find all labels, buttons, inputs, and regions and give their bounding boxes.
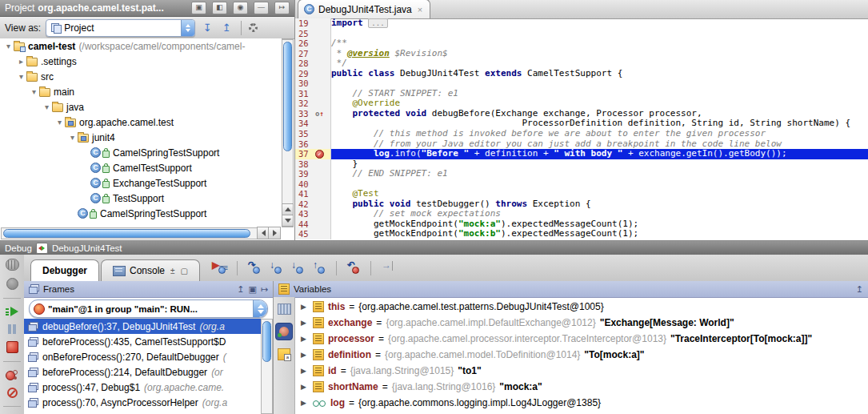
threads-view-icon[interactable] (278, 303, 291, 315)
tab-debugger[interactable]: Debugger (30, 259, 99, 281)
gutter-cell[interactable]: 27 (295, 49, 331, 59)
variables-minimize-icon[interactable]: ↥ (856, 284, 863, 295)
tree-item-camel-test[interactable]: ▾camel-test(/workspace/camel/components/… (0, 38, 282, 54)
tree-vertical-scrollbar[interactable] (282, 39, 294, 227)
override-marker-icon[interactable] (315, 109, 324, 119)
tree-item-exchangetestsupport[interactable]: ExchangeTestSupport (0, 175, 282, 191)
gutter-cell[interactable]: 26 (295, 38, 331, 49)
tree-expander-icon[interactable]: ▾ (16, 72, 26, 81)
thread-stepper[interactable] (253, 300, 267, 317)
tree-expander-icon[interactable]: ▾ (42, 102, 52, 111)
pop-frame-icon[interactable]: ↶ (346, 261, 361, 275)
tree-item-cameltestsupport[interactable]: CamelTestSupport (0, 160, 282, 175)
gutter-cell[interactable]: 19 (295, 18, 331, 29)
step-into-icon[interactable]: ↓ (269, 261, 283, 275)
console-float-icon[interactable]: ▢ (181, 267, 188, 275)
auto-variables-icon[interactable] (278, 348, 290, 360)
frames-dock-icon[interactable]: ↦ (261, 284, 268, 295)
tree-hscroll-thumb[interactable] (3, 229, 250, 238)
tree-item-src[interactable]: ▾src (0, 69, 282, 84)
hide-window-icon[interactable]: ↦ (274, 2, 290, 14)
tree-item-main[interactable]: ▾main (0, 84, 282, 99)
mute-breakpoints-icon[interactable] (7, 388, 18, 398)
code-line-40[interactable]: 40 (295, 179, 868, 190)
project-tree[interactable]: ▾camel-test(/workspace/camel/components/… (0, 38, 282, 227)
gutter-cell[interactable]: 31 (295, 89, 331, 99)
frame-row[interactable]: onBeforeProcess():270, DefaultDebugger ( (24, 349, 262, 364)
gutter-cell[interactable]: 38 (295, 159, 331, 170)
gutter-cell[interactable]: 32 (295, 98, 331, 109)
select-stepper[interactable] (181, 20, 194, 36)
dock-window-icon[interactable]: ◧ (212, 2, 227, 14)
tree-horizontal-scrollbar[interactable] (1, 227, 258, 239)
code-line-37[interactable]: 37 log.info("Before " + definition + " w… (295, 149, 868, 159)
variable-row-processor[interactable]: ▶processor = {org.apache.camel.processor… (294, 331, 868, 347)
force-step-into-icon[interactable]: ↓ (290, 261, 305, 275)
gutter-cell[interactable]: 45 (295, 229, 331, 239)
code-line-25[interactable]: 25 (295, 29, 868, 39)
tree-item-junit4[interactable]: ▾junit4 (0, 130, 282, 145)
tree-expander-icon[interactable]: ▾ (67, 133, 78, 142)
gutter-cell[interactable]: 29 (295, 69, 331, 79)
breakpoint-icon[interactable] (315, 150, 324, 159)
variable-row-exchange[interactable]: ▶exchange = {org.apache.camel.impl.Defau… (294, 315, 868, 331)
expand-icon[interactable]: ▶ (301, 367, 309, 375)
variable-row-log[interactable]: ▶log = {org.apache.commons.logging.impl.… (294, 395, 868, 411)
expand-all-icon[interactable]: ↧ (200, 22, 214, 34)
view-breakpoints-icon[interactable] (6, 370, 18, 380)
gutter-cell[interactable]: 37 (295, 149, 331, 159)
code-line-29[interactable]: 29public class DebugJUnit4Test extends C… (295, 69, 868, 79)
gutter-cell[interactable]: 42 (295, 199, 331, 210)
gutter-cell[interactable]: 33 (295, 109, 331, 119)
gutter-cell[interactable]: 39 (295, 169, 331, 179)
scroll-up-icon[interactable] (282, 203, 294, 215)
scroll-right-icon[interactable] (268, 227, 281, 239)
expand-icon[interactable]: ▶ (301, 351, 309, 359)
variable-row-this[interactable]: ▶this = {org.apache.camel.test.patterns.… (294, 299, 868, 315)
frames-view-tab-active[interactable] (275, 323, 293, 340)
editor-tab-debugjunit4test[interactable]: DebugJUnit4Test.java × (298, 0, 430, 18)
tree-expander-icon[interactable]: ▾ (54, 118, 65, 127)
tree-item-settings[interactable]: ▸.settings (0, 54, 282, 69)
variable-row-id[interactable]: ▶id = {java.lang.String@1015}"to1" (294, 363, 868, 379)
variable-row-shortname[interactable]: ▶shortName = {java.lang.String@1016}"moc… (294, 379, 868, 395)
tree-item-org-apache-camel-test[interactable]: ▾org.apache.camel.test (0, 115, 282, 130)
pause-program-icon[interactable] (8, 324, 16, 334)
run-to-cursor-icon[interactable]: → (381, 261, 395, 275)
gutter-cell[interactable]: 43 (295, 209, 331, 219)
settings-gear-icon[interactable] (249, 23, 258, 32)
minimize-window-icon[interactable]: — (254, 2, 269, 14)
expand-icon[interactable]: ▶ (301, 303, 309, 311)
step-out-icon[interactable]: ↑ (312, 261, 326, 275)
frames-float-icon[interactable]: ▣ (248, 284, 256, 295)
gutter-cell[interactable]: 41 (295, 189, 331, 199)
frame-list[interactable]: debugBefore():37, DebugJUnit4Test (org.a… (24, 319, 262, 414)
collapse-all-icon[interactable]: ↥ (219, 22, 234, 34)
expand-icon[interactable]: ▶ (301, 335, 309, 343)
show-execution-point-icon[interactable]: ▶≡≡ (211, 261, 227, 275)
frames-minimize-icon[interactable]: ↥ (237, 284, 244, 295)
step-over-icon[interactable]: ↷ (247, 261, 262, 275)
gutter-cell[interactable]: 28 (295, 58, 331, 69)
tree-item-camelspringtestsupport[interactable]: CamelSpringTestSupport (0, 206, 282, 221)
frames-scroll-thumb[interactable] (262, 321, 271, 362)
frame-row[interactable]: beforeProcess():214, DefaultDebugger (or (24, 364, 262, 380)
frame-row[interactable]: beforeProcess():435, CamelTestSupport$D (24, 334, 262, 349)
close-tab-icon[interactable]: × (418, 5, 422, 14)
resume-program-icon[interactable] (6, 307, 18, 317)
code-area[interactable]: 19import ...2526/**27 * @version $Revisi… (295, 18, 868, 240)
frame-row[interactable]: process():47, Debug$1 (org.apache.came. (24, 380, 262, 395)
tree-vscroll-thumb[interactable] (283, 42, 292, 151)
gutter-cell[interactable]: 35 (295, 129, 331, 139)
thread-select[interactable]: "main"@1 in group "main": RUN... (29, 299, 268, 318)
frames-scrollbar[interactable] (261, 319, 273, 414)
gutter-cell[interactable]: 25 (295, 29, 331, 39)
tree-expander-icon[interactable]: ▾ (29, 87, 39, 96)
tree-expander-icon[interactable]: ▸ (16, 57, 26, 66)
code-line-45[interactable]: 45 getMockEndpoint("mock:b").expectedMes… (295, 229, 868, 239)
tree-item-java[interactable]: ▾java (0, 99, 282, 115)
view-as-select[interactable]: Project (46, 19, 195, 37)
gutter-cell[interactable]: 40 (295, 179, 331, 190)
code-line-27[interactable]: 27 * @version $Revision$ (295, 49, 868, 59)
expand-icon[interactable]: ▶ (301, 383, 309, 391)
